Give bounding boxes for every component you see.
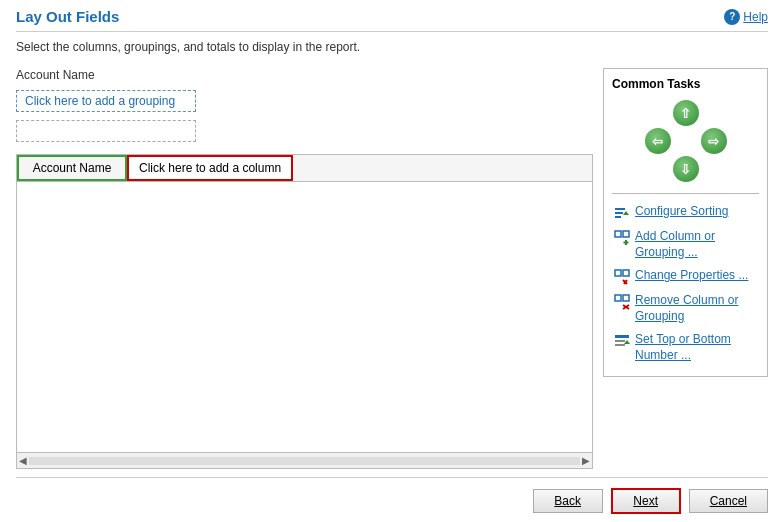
column-area: Account Name Click here to add a column …	[16, 154, 593, 469]
scroll-left-arrow[interactable]: ◀	[19, 455, 27, 466]
next-button[interactable]: Next	[611, 488, 681, 514]
svg-marker-3	[623, 211, 629, 215]
set-top-bottom-label: Set Top or Bottom Number ...	[635, 332, 757, 363]
add-grouping-button[interactable]: Click here to add a grouping	[16, 90, 196, 112]
change-properties-icon	[614, 269, 630, 285]
scroll-track[interactable]	[29, 457, 580, 465]
svg-rect-16	[615, 344, 625, 346]
svg-rect-8	[615, 270, 621, 276]
svg-rect-15	[615, 340, 625, 342]
common-tasks-title: Common Tasks	[612, 77, 759, 91]
svg-rect-5	[623, 231, 629, 237]
column-header-row: Account Name Click here to add a column	[17, 155, 592, 182]
scroll-right-arrow[interactable]: ▶	[582, 455, 590, 466]
grouping-secondary-box	[16, 120, 196, 142]
add-column-grouping-label: Add Column or Grouping ...	[635, 229, 757, 260]
remove-column-grouping-item[interactable]: Remove Column or Grouping	[612, 289, 759, 328]
svg-rect-0	[615, 208, 625, 210]
cancel-button[interactable]: Cancel	[689, 489, 768, 513]
arrow-buttons-group: ⇧ ⇦ ⇨ ⇩	[612, 99, 759, 183]
arrow-left-button[interactable]: ⇦	[645, 128, 671, 154]
column-body	[17, 182, 592, 452]
svg-rect-11	[623, 295, 629, 301]
svg-rect-10	[615, 295, 621, 301]
configure-sorting-icon	[614, 205, 630, 221]
help-icon: ?	[724, 9, 740, 25]
footer: Back Next Cancel	[16, 477, 768, 514]
add-column-grouping-icon	[614, 230, 630, 246]
arrow-right-button[interactable]: ⇨	[701, 128, 727, 154]
add-column-button[interactable]: Click here to add a column	[127, 155, 293, 181]
remove-column-grouping-label: Remove Column or Grouping	[635, 293, 757, 324]
configure-sorting-item[interactable]: Configure Sorting	[612, 200, 759, 225]
account-name-column[interactable]: Account Name	[17, 155, 127, 181]
remove-column-grouping-icon	[614, 294, 630, 310]
horizontal-scrollbar[interactable]: ◀ ▶	[17, 452, 592, 468]
subtitle: Select the columns, groupings, and total…	[16, 40, 768, 54]
set-top-bottom-icon	[614, 333, 630, 349]
svg-rect-4	[615, 231, 621, 237]
configure-sorting-label: Configure Sorting	[635, 204, 728, 220]
help-link[interactable]: ? Help	[724, 9, 768, 25]
page-title: Lay Out Fields	[16, 8, 119, 25]
svg-rect-14	[615, 335, 629, 338]
help-label: Help	[743, 10, 768, 24]
common-tasks-panel: Common Tasks ⇧ ⇦ ⇨ ⇩	[603, 68, 768, 377]
arrow-down-button[interactable]: ⇩	[673, 156, 699, 182]
back-button[interactable]: Back	[533, 489, 603, 513]
change-properties-item[interactable]: Change Properties ...	[612, 264, 759, 289]
svg-rect-1	[615, 212, 623, 214]
set-top-bottom-item[interactable]: Set Top or Bottom Number ...	[612, 328, 759, 367]
account-name-label: Account Name	[16, 68, 593, 82]
svg-rect-9	[623, 270, 629, 276]
change-properties-label: Change Properties ...	[635, 268, 748, 284]
svg-rect-2	[615, 216, 621, 218]
arrow-up-button[interactable]: ⇧	[673, 100, 699, 126]
add-column-grouping-item[interactable]: Add Column or Grouping ...	[612, 225, 759, 264]
